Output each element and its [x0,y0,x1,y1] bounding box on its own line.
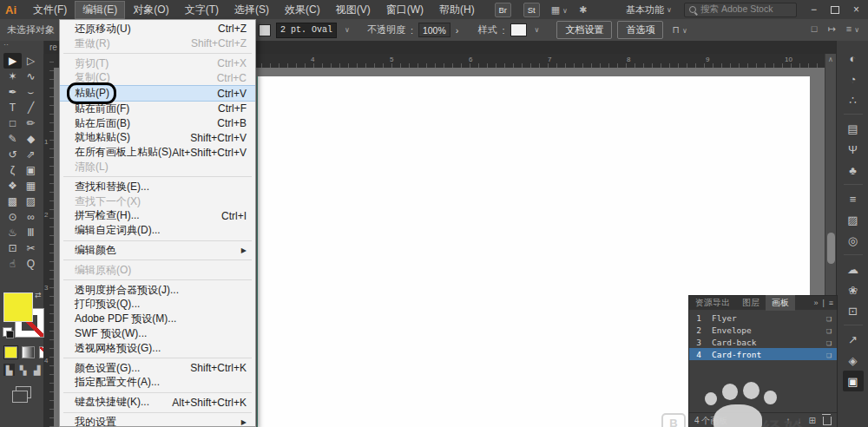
tool-icon[interactable]: Q [22,256,40,272]
artboard-page-icon[interactable]: ❏ [826,350,832,359]
tool-icon[interactable]: ▨ [22,194,40,209]
menu-item[interactable]: 还原移动(U) Ctrl+Z ▶ [60,22,255,36]
dock-panel-icon[interactable]: ♣ [843,160,864,181]
opacity-spinner[interactable]: › [456,25,459,36]
move-down-icon[interactable]: ↓ [798,416,802,425]
panel-tab[interactable]: 画板 [766,295,795,311]
menu-item[interactable]: 查找下一个(X) ▶ [60,194,255,209]
menu-item[interactable]: 指定配置文件(A)... ▶ [60,376,255,391]
tool-icon[interactable]: T [3,100,22,115]
scrollbar-thumb[interactable] [827,233,835,264]
brush-definition-dropdown[interactable]: 2 pt. Oval [276,23,337,38]
dock-panel-icon[interactable]: ◔ [843,69,864,89]
align-panel-icon[interactable]: □ [812,23,818,35]
minimize-button[interactable]: − [811,3,817,16]
document-setup-button[interactable]: 文档设置 [556,21,612,39]
stock-button[interactable]: St [523,3,540,17]
tool-icon[interactable]: ↺ [3,147,22,162]
tool-icon[interactable]: ∿ [22,69,40,84]
menubar-item[interactable]: 编辑(E) [75,1,125,19]
menubar-item[interactable]: 窗口(W) [378,1,431,19]
tool-icon[interactable]: ◆ [22,131,40,147]
tool-icon[interactable]: □ [3,115,22,131]
menubar-item[interactable]: 视图(V) [328,1,378,19]
brush-dropdown-caret[interactable]: ∨ [345,26,350,34]
dock-panel-icon[interactable]: ∴ [843,89,864,110]
tool-icon[interactable]: ζ [3,162,22,178]
dock-panel-icon[interactable]: ◈ [843,350,864,371]
menu-item[interactable]: 编辑颜色 ▶ [60,243,255,258]
scroll-up-arrow[interactable]: ∧ [828,56,833,63]
dock-panel-icon[interactable]: ↗ [843,329,864,350]
bridge-button[interactable]: Br [495,3,511,17]
dock-panel-icon[interactable]: ▣ [843,371,864,391]
menu-item[interactable]: 查找和替换(E)... ▶ [60,180,255,194]
menubar-item[interactable]: 效果(C) [277,1,328,19]
tool-icon[interactable]: ⊡ [3,240,22,256]
menu-item[interactable]: 编辑自定词典(D)... ▶ [60,223,255,238]
dock-panel-icon[interactable] [843,321,864,329]
artboard-page-icon[interactable]: ❏ [826,313,832,323]
restore-button[interactable] [831,6,839,14]
search-input[interactable]: 搜索 Adobe Stock [684,3,797,17]
style-dropdown-caret[interactable]: ∨ [535,26,540,34]
draw-mode-button[interactable]: ▟ [31,364,43,376]
menubar-item[interactable]: 文字(T) [177,1,227,19]
stroke-color-swatch[interactable] [259,24,271,36]
workspace-switcher[interactable]: 基本功能∨ [626,3,672,16]
menu-item[interactable]: 打印预设(Q)... ▶ [60,298,255,312]
menu-item[interactable]: 贴在前面(F) Ctrl+F ▶ [60,102,255,116]
tool-icon[interactable]: ▩ [3,194,22,209]
menubar-item[interactable]: 选择(S) [227,1,277,19]
menu-item[interactable]: 贴在后面(B) Ctrl+B ▶ [60,116,255,131]
artboard-row[interactable]: 3 Card-back ❏ [689,336,837,348]
gradient-button[interactable] [22,346,35,358]
menu-item[interactable]: 颜色设置(G)... Shift+Ctrl+K ▶ [60,361,255,376]
artboard-name[interactable]: Card-back [712,338,826,347]
tool-icon[interactable]: ☝ [3,256,22,272]
new-artboard-icon[interactable]: ⊞ [809,416,816,425]
tool-icon[interactable]: ♨ [3,225,22,240]
dock-panel-icon[interactable]: ⊡ [843,300,864,321]
artboard-page-icon[interactable]: ❏ [826,338,832,347]
style-swatch[interactable] [510,23,527,36]
tool-icon[interactable]: ✒ [3,84,22,100]
opacity-field[interactable]: 100% [418,23,450,37]
dock-panel-icon[interactable]: ≡ [843,188,864,209]
tool-icon[interactable]: ✂ [22,240,40,256]
dock-panel-icon[interactable] [843,110,864,118]
tool-icon[interactable]: Ⅲ [22,225,40,240]
tool-icon[interactable]: ✏ [22,115,40,131]
menu-item[interactable]: Adobe PDF 预设(M)... ▶ [60,312,255,326]
tool-icon[interactable]: ⌣ [22,84,40,100]
menubar-item[interactable]: 文件(F) [25,1,75,19]
arrange-documents-icon[interactable]: ▦∨ [551,4,568,16]
menu-item[interactable]: 编辑原稿(O) ▶ [60,263,255,278]
tool-icon[interactable]: ⊙ [3,209,22,225]
tool-icon[interactable]: ╱ [22,100,40,115]
artboard-name[interactable]: Flyer [712,313,826,323]
tool-icon[interactable]: ▣ [22,162,40,178]
menu-item[interactable]: 透明度拼合器预设(J)... ▶ [60,283,255,298]
menu-item[interactable]: 我的设置 ▶ [60,415,255,427]
menubar-item[interactable]: 帮助(H) [431,1,483,19]
artboard-row[interactable]: 2 Envelope ❏ [689,324,837,336]
tool-icon[interactable]: ❖ [3,178,22,194]
tool-icon[interactable]: ⇗ [22,147,40,162]
panel-expand-icon[interactable]: » [813,299,818,307]
sync-status-icon[interactable]: ✱ [579,4,587,16]
menu-item[interactable]: 在所有画板上粘贴(S) Alt+Shift+Ctrl+V ▶ [60,145,255,160]
artboard-row[interactable]: 1 Flyer ❏ [689,312,837,324]
menu-item[interactable]: 透视网格预设(G)... ▶ [60,341,255,356]
tool-icon[interactable]: ✶ [3,69,22,84]
dock-panel-icon[interactable]: ◐ [843,48,864,69]
menu-item[interactable]: SWF 预设(W)... ▶ [60,326,255,341]
artboard-name[interactable]: Card-front [712,350,826,359]
toolbar-collapse-icon[interactable]: ‥ [3,38,9,47]
menu-item[interactable]: 就地粘贴(S) Shift+Ctrl+V ▶ [60,131,255,146]
artboard-row[interactable]: 4 Card-front ❏ [689,348,837,360]
tool-icon[interactable]: ▷ [22,53,40,69]
delete-artboard-icon[interactable] [823,417,832,425]
draw-mode-button[interactable]: ▚ [17,364,29,376]
default-fill-stroke-icon[interactable] [3,327,12,337]
